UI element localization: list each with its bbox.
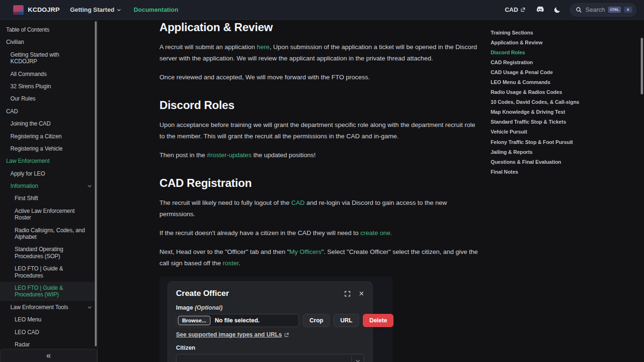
chevron-down-icon[interactable] [87, 183, 92, 189]
outline-item[interactable]: Radio Usage & Radios Codes [491, 90, 632, 95]
outline-item[interactable]: Questions & Final Evaluation [491, 160, 632, 165]
sidebar-collapse-button[interactable]: « [0, 349, 97, 362]
paragraph-text: Once reviewed and accepted, We will move… [159, 74, 370, 81]
sidebar-item[interactable]: 32 Sirens Plugin [0, 80, 97, 93]
sidebar-item[interactable]: Apply for LEO [0, 168, 97, 180]
page-scrollbar[interactable] [641, 38, 643, 94]
supported-image-types-link[interactable]: See supported image types and URLs [176, 331, 289, 338]
sidebar: Table of ContentsCivilianGetting Started… [0, 20, 98, 362]
outline-item[interactable]: Training Sections [491, 30, 632, 36]
outline-item[interactable]: LEO Menu & Commands [491, 80, 632, 85]
sidebar-item[interactable]: Active Law Enforcement Roster [0, 205, 97, 224]
inline-link[interactable]: roster [223, 260, 239, 267]
sidebar-item-label: LEO FTO | Guide & Procedures [15, 265, 63, 278]
outline-item[interactable]: CAD Usage & Penal Code [491, 70, 632, 76]
nav-item-getting-started[interactable]: Getting Started [70, 6, 121, 13]
cad-label: CAD [505, 6, 518, 13]
collapse-icon: « [46, 351, 51, 361]
browse-button[interactable]: Browse... [178, 316, 210, 325]
sidebar-item[interactable]: Table of Contents [0, 24, 97, 36]
nav-item-label: Getting Started [70, 6, 114, 13]
paragraph-text: . [239, 260, 241, 267]
paragraph-text: Next, Head over to the "Officer" tab and… [159, 248, 289, 255]
outline-item[interactable]: Application & Review [491, 40, 632, 46]
outline-item[interactable]: 10 Codes, David Codes, & Call-signs [491, 100, 632, 105]
sidebar-item[interactable]: LEO FTO | Guide & Procedures (WIP) [0, 282, 97, 301]
sidebar-item[interactable]: Information [0, 180, 97, 192]
outline-item[interactable]: Discord Roles [491, 50, 632, 56]
sidebar-item[interactable]: LEO FTO | Guide & Procedures [0, 262, 97, 282]
sidebar-item[interactable]: Registering a Vehicle [0, 143, 97, 155]
image-label: Image (Optional) [176, 304, 364, 311]
sidebar-item-label: Law Enforcement [6, 158, 50, 164]
screenshot-figure: Create Officer ✕ Image (Optional) Browse… [159, 277, 393, 362]
chevron-down-icon[interactable] [87, 304, 92, 310]
crop-button[interactable]: Crop [303, 314, 330, 327]
inline-link[interactable]: create one. [360, 229, 393, 236]
sidebar-item-label: Apply for LEO [10, 170, 45, 177]
inline-link[interactable]: CAD [291, 199, 305, 206]
paragraph-text: the updated positions! [251, 152, 316, 159]
paragraph-text: Then post in the [159, 152, 207, 159]
section-heading: Discord Roles [159, 99, 480, 112]
outline-item[interactable]: Vehicle Pursuit [491, 129, 632, 135]
sidebar-item[interactable]: Civilian [0, 36, 97, 48]
nav-menu: Getting Started Documentation [70, 6, 178, 13]
close-icon[interactable]: ✕ [359, 290, 364, 297]
sidebar-item-label: Registering a Vehicle [10, 145, 63, 152]
sidebar-item[interactable]: LEO CAD [0, 326, 97, 338]
doc-column: Application & ReviewA recruit will submi… [159, 20, 480, 362]
section-heading: Application & Review [159, 21, 480, 34]
sidebar-item[interactable]: CAD [0, 105, 97, 118]
outline-item[interactable]: Final Notes [491, 169, 632, 175]
sidebar-item[interactable]: Our Rules [0, 93, 97, 105]
search-input[interactable]: Search CTRL K [570, 3, 636, 17]
file-status-text: No file selected. [215, 317, 259, 324]
select-divider [351, 356, 352, 362]
paragraph: Once reviewed and accepted, We will move… [159, 72, 480, 83]
outline-item[interactable]: Map Knowledge & Driving Test [491, 109, 632, 115]
external-link-icon [520, 7, 526, 12]
sidebar-item[interactable]: LEO Menu [0, 313, 97, 326]
inline-link[interactable]: My Officers [289, 248, 321, 255]
image-file-input[interactable]: Browse... No file selected. [176, 314, 299, 327]
search-icon [576, 7, 582, 13]
sidebar-item-label: Civilian [6, 39, 24, 45]
sidebar-item[interactable]: Radio Callsigns, Codes, and Alphabet [0, 224, 97, 244]
paragraph: The recruit will likely need to fully lo… [159, 197, 480, 220]
sidebar-item[interactable]: All Commands [0, 68, 97, 80]
outline-list: Training SectionsApplication & ReviewDis… [491, 30, 632, 175]
moon-icon[interactable] [553, 6, 561, 14]
sidebar-scrollbar[interactable] [95, 21, 97, 346]
inline-link[interactable]: #roster-updates [207, 152, 252, 159]
sidebar-item[interactable]: Joining the CAD [0, 118, 97, 130]
section-heading: CAD Registration [159, 177, 480, 190]
delete-button[interactable]: Delete [363, 314, 394, 327]
outline-item[interactable]: CAD Registration [491, 60, 632, 66]
inline-link[interactable]: here [257, 43, 269, 51]
expand-icon[interactable] [344, 290, 351, 297]
sidebar-item-label: Active Law Enforcement Roster [15, 208, 75, 221]
sidebar-item[interactable]: Registering a Citizen [0, 130, 97, 143]
key-k: K [624, 7, 632, 13]
sidebar-item[interactable]: Law Enforcement Tools [0, 301, 97, 313]
brand[interactable]: KCDOJRP [13, 5, 59, 15]
outline-item[interactable]: Felony Traffic Stop & Foot Pursuit [491, 140, 632, 145]
sidebar-item-label: Law Enforcement Tools [10, 304, 68, 311]
outline-item[interactable]: Jailing & Reports [491, 150, 632, 155]
paragraph: Upon acceptance before training we will … [159, 119, 480, 142]
sidebar-item[interactable]: Getting Started with KCDOJRP [0, 49, 97, 68]
outline-item[interactable]: Standard Traffic Stop & Tickets [491, 119, 632, 125]
sidebar-item[interactable]: Law Enforcement [0, 155, 97, 167]
sidebar-item-label: LEO CAD [15, 329, 39, 336]
url-button[interactable]: URL [334, 314, 359, 327]
brand-logo-icon [13, 5, 24, 15]
citizen-select[interactable] [176, 354, 364, 362]
sidebar-item[interactable]: First Shift [0, 192, 97, 204]
paragraph-text: If the recruit doesn't already have a ci… [159, 229, 360, 236]
discord-icon[interactable] [535, 6, 544, 14]
sidebar-item[interactable]: Standard Operating Procedures (SOP) [0, 243, 97, 262]
nav-cad-external-link[interactable]: CAD [505, 6, 526, 13]
nav-item-documentation[interactable]: Documentation [134, 6, 178, 13]
navbar-right: CAD Search CTRL K [505, 3, 636, 17]
